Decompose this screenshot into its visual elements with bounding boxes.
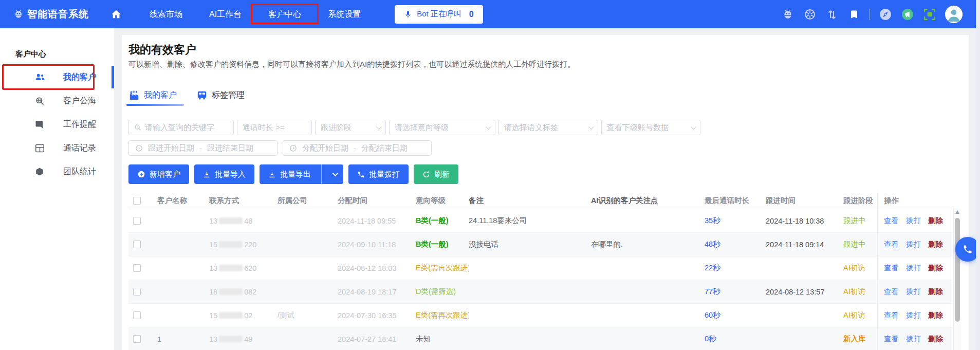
redacted-digits (219, 217, 243, 224)
view-link[interactable]: 查看 (884, 287, 899, 297)
dial-link[interactable]: 拨打 (906, 287, 921, 297)
sidebar-item-my-customers[interactable]: 我的客户 (0, 65, 114, 89)
home-icon[interactable] (110, 9, 122, 20)
tab-tag-management[interactable]: 标签管理 (196, 86, 245, 104)
view-link[interactable]: 查看 (884, 216, 899, 226)
nav-item-system-settings[interactable]: 系统设置 (315, 0, 374, 28)
filter-row-2: 跟进开始日期 - 跟进结束日期 分配开始日期 - 分配结束日期 (128, 140, 969, 156)
hexagon-stats-icon (35, 167, 45, 177)
row-checkbox[interactable] (133, 241, 141, 248)
row-checkbox[interactable] (133, 311, 141, 319)
refresh-button[interactable]: 刷新 (414, 164, 458, 184)
export-dropdown-toggle[interactable] (326, 164, 343, 184)
intent-level-select[interactable]: 请选择意向等级 (389, 120, 495, 135)
search-icon (134, 124, 141, 131)
delete-link[interactable]: 删除 (928, 334, 943, 344)
table-row: 18082 2024-08-19 18:17 D类(需筛选) 77秒 2024-… (128, 280, 952, 304)
megaphone-icon[interactable] (901, 8, 914, 21)
cell-ai-focus (591, 304, 705, 327)
semantic-tag-select[interactable]: 请选择语义标签 (498, 120, 598, 135)
delete-link[interactable]: 删除 (928, 216, 943, 226)
select-all-checkbox[interactable] (133, 197, 141, 205)
fullscreen-capture-icon[interactable] (923, 8, 936, 21)
view-link[interactable]: 查看 (884, 263, 899, 273)
call-duration-link[interactable]: 60秒 (705, 310, 720, 320)
call-duration-link[interactable]: 48秒 (705, 240, 720, 249)
row-checkbox[interactable] (133, 217, 141, 225)
call-log-icon (35, 143, 45, 153)
follow-stage-select[interactable]: 跟进阶段 (315, 120, 386, 135)
cell-company (278, 209, 338, 232)
phone-icon (357, 171, 365, 178)
dial-link[interactable]: 拨打 (906, 263, 921, 273)
sidebar-item-label: 我的客户 (63, 72, 96, 83)
page-scrollbar[interactable] (976, 0, 980, 350)
sidebar-item-team-stats[interactable]: 团队统计 (0, 160, 114, 183)
scrollbar-thumb[interactable] (955, 218, 960, 322)
cell-ai-focus (591, 256, 705, 280)
subaccount-data-select[interactable]: 查看下级账号数据 (601, 120, 700, 135)
row-checkbox[interactable] (133, 288, 141, 296)
delete-link[interactable]: 删除 (928, 287, 943, 297)
cell-phone: 1348 (209, 209, 278, 232)
tab-my-customers[interactable]: 我的客户 (128, 86, 177, 104)
view-link[interactable]: 查看 (884, 310, 899, 320)
bot-calling-label: Bot 正在呼叫 (417, 9, 461, 19)
bookmark-icon[interactable] (847, 8, 861, 21)
call-duration-link[interactable]: 35秒 (705, 216, 720, 226)
cell-follow-time: 2024-11-18 09:14 (766, 233, 843, 256)
robot-logo-icon (13, 9, 24, 20)
batch-dial-button[interactable]: 批量拨打 (348, 164, 409, 184)
col-ai-focus: AI识别的客户关注点 (591, 193, 705, 209)
batch-import-button[interactable]: 批量导入 (194, 164, 254, 184)
sidebar-item-call-records[interactable]: 通话记录 (0, 136, 114, 160)
col-actions: 操作 (877, 193, 952, 209)
cell-note: 没接电话 (469, 233, 591, 256)
delete-link[interactable]: 删除 (928, 240, 943, 249)
cell-follow-time: 2024-08-12 13:57 (766, 280, 843, 303)
redacted-digits (219, 312, 243, 319)
dial-link[interactable]: 拨打 (906, 216, 921, 226)
row-checkbox[interactable] (133, 335, 141, 343)
row-checkbox[interactable] (133, 264, 141, 272)
cell-assign-time: 2024-11-18 09:55 (338, 209, 416, 232)
cell-assign-time: 2024-07-30 16:35 (338, 304, 416, 327)
add-customer-button[interactable]: 新增客户 (128, 164, 189, 184)
sort-arrows-icon[interactable] (825, 8, 839, 21)
table-scrollbar[interactable] (953, 208, 961, 350)
cell-phone: 1349 (209, 327, 278, 350)
compass-icon[interactable] (879, 8, 892, 21)
user-avatar[interactable] (945, 6, 963, 23)
cell-phone: 18082 (209, 280, 278, 303)
robot-icon[interactable] (781, 8, 794, 21)
bot-calling-button[interactable]: Bot 正在呼叫 0 (395, 5, 483, 24)
cell-intent-level: E类(需再次跟进) (416, 304, 469, 327)
call-duration-link[interactable]: 22秒 (705, 263, 720, 273)
dial-link[interactable]: 拨打 (906, 334, 921, 344)
call-duration-link[interactable]: 0秒 (705, 334, 716, 344)
batch-import-label: 批量导入 (215, 170, 246, 179)
keyword-search-input[interactable]: 请输入查询的关键字 (128, 120, 234, 135)
sidebar-item-work-reminders[interactable]: 工作提醒 (0, 113, 114, 136)
table-row: 15220 2024-09-10 11:18 B类(一般) 没接电话 在哪里的.… (128, 233, 952, 256)
dial-link[interactable]: 拨打 (906, 310, 921, 320)
nav-item-ai-workbench[interactable]: AI工作台 (196, 0, 255, 28)
delete-link[interactable]: 删除 (928, 310, 943, 320)
sidebar-item-customer-pool[interactable]: 客户公海 (0, 89, 114, 113)
aperture-icon[interactable] (803, 8, 817, 21)
call-duration-link[interactable]: 77秒 (705, 287, 720, 297)
follow-date-range-picker[interactable]: 跟进开始日期 - 跟进结束日期 (128, 140, 278, 156)
view-link[interactable]: 查看 (884, 334, 899, 344)
cell-assign-time: 2024-07-27 18:41 (338, 327, 416, 350)
nav-item-customer-center[interactable]: 客户中心 (255, 0, 315, 28)
nav-item-leads-market[interactable]: 线索市场 (136, 0, 196, 28)
view-link[interactable]: 查看 (884, 240, 899, 249)
delete-link[interactable]: 删除 (928, 263, 943, 273)
assign-end-placeholder: 分配结束日期 (361, 143, 408, 153)
batch-export-button[interactable]: 批量导出 (260, 164, 343, 184)
call-duration-input[interactable]: 通话时长 >= (237, 120, 312, 135)
chevron-down-icon (486, 124, 491, 130)
assign-date-range-picker[interactable]: 分配开始日期 - 分配结束日期 (283, 140, 432, 156)
scroll-up-arrow-icon[interactable] (955, 210, 959, 214)
dial-link[interactable]: 拨打 (906, 240, 921, 249)
